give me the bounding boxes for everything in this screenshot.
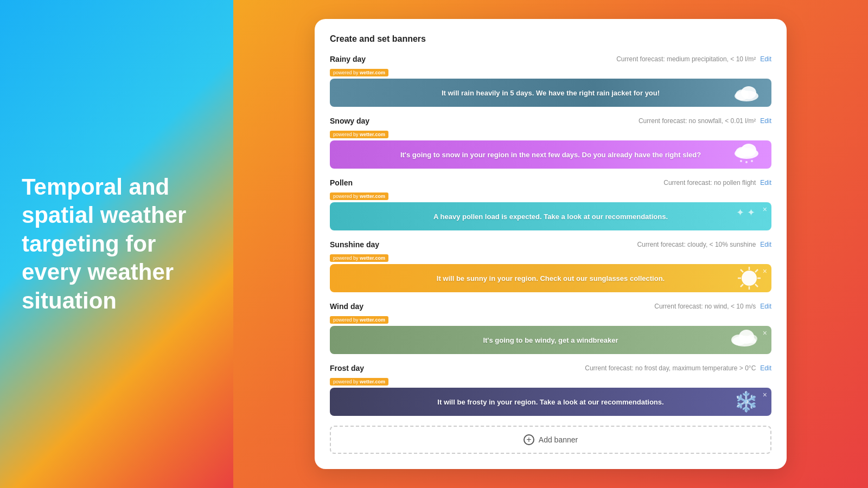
- banner-message-wind: It's going to be windy, get a windbreake…: [483, 336, 618, 344]
- banner-preview-wind: It's going to be windy, get a windbreake…: [330, 326, 771, 354]
- banner-preview-pollen: A heavy pollen load is expected. Take a …: [330, 202, 771, 230]
- banner-message-rainy: It will rain heavily in 5 days. We have …: [442, 89, 660, 97]
- powered-badge-rainy: powered by wetter.com: [330, 67, 771, 79]
- banner-name-wind: Wind day: [330, 302, 363, 311]
- banner-header-sunshine: Sunshine day Current forecast: cloudy, <…: [330, 240, 771, 249]
- svg-point-2: [741, 86, 756, 99]
- edit-link-wind[interactable]: Edit: [760, 303, 771, 310]
- add-banner-label: Add banner: [539, 435, 578, 444]
- banner-section-frost: Frost day Current forecast: no frost day…: [330, 364, 771, 416]
- banner-message-pollen: A heavy pollen load is expected. Take a …: [433, 213, 668, 221]
- banner-section-rainy: Rainy day Current forecast: medium preci…: [330, 55, 771, 107]
- edit-link-rainy[interactable]: Edit: [760, 55, 771, 63]
- banner-message-frost: It will be frosty in your region. Take a…: [437, 398, 663, 406]
- edit-link-pollen[interactable]: Edit: [760, 179, 771, 187]
- hero-text: Temporal and spatial weather targeting f…: [22, 173, 212, 316]
- banner-name-sunshine: Sunshine day: [330, 240, 379, 249]
- forecast-edit-pollen: Current forecast: no pollen flight Edit: [663, 179, 771, 187]
- banner-header-frost: Frost day Current forecast: no frost day…: [330, 364, 771, 373]
- powered-badge-snowy: powered by wetter.com: [330, 129, 771, 140]
- svg-point-21: [746, 335, 757, 343]
- powered-badge-sunshine: powered by wetter.com: [330, 252, 771, 264]
- banner-forecast-snowy: Current forecast: no snowfall, < 0.01 l/…: [639, 117, 756, 125]
- powered-by-badge-rainy: powered by wetter.com: [330, 69, 388, 76]
- banner-preview-sunshine: It will be sunny in your region. Check o…: [330, 264, 771, 292]
- svg-line-14: [741, 269, 743, 272]
- svg-line-17: [741, 284, 743, 287]
- banner-message-snowy: It's going to snow in your region in the…: [400, 151, 701, 159]
- banner-forecast-wind: Current forecast: no wind, < 10 m/s: [654, 303, 756, 310]
- forecast-edit-wind: Current forecast: no wind, < 10 m/s Edit: [654, 303, 771, 310]
- powered-by-badge-pollen: powered by wetter.com: [330, 192, 388, 200]
- banner-header-wind: Wind day Current forecast: no wind, < 10…: [330, 302, 771, 311]
- banner-header-snowy: Snowy day Current forecast: no snowfall,…: [330, 117, 771, 125]
- powered-by-badge-wind: powered by wetter.com: [330, 316, 388, 324]
- banners-container: Rainy day Current forecast: medium preci…: [330, 55, 771, 416]
- edit-link-frost[interactable]: Edit: [760, 364, 771, 372]
- powered-by-badge-snowy: powered by wetter.com: [330, 131, 388, 138]
- forecast-edit-snowy: Current forecast: no snowfall, < 0.01 l/…: [639, 117, 771, 125]
- left-panel: Temporal and spatial weather targeting f…: [0, 0, 233, 488]
- svg-line-16: [755, 269, 758, 272]
- banner-forecast-sunshine: Current forecast: cloudy, < 10% sunshine: [637, 241, 756, 248]
- svg-point-5: [741, 144, 756, 157]
- main-card: Create and set banners Rainy day Current…: [315, 19, 787, 469]
- banner-name-pollen: Pollen: [330, 178, 353, 187]
- forecast-edit-sunshine: Current forecast: cloudy, < 10% sunshine…: [637, 241, 771, 248]
- banner-forecast-pollen: Current forecast: no pollen flight: [663, 179, 756, 187]
- forecast-edit-rainy: Current forecast: medium precipitation, …: [616, 55, 771, 63]
- powered-by-badge-sunshine: powered by wetter.com: [330, 254, 388, 262]
- svg-point-9: [742, 271, 757, 286]
- edit-link-snowy[interactable]: Edit: [760, 117, 771, 125]
- banner-name-snowy: Snowy day: [330, 117, 369, 125]
- svg-point-8: [751, 160, 753, 162]
- banner-name-rainy: Rainy day: [330, 55, 366, 63]
- banner-name-frost: Frost day: [330, 364, 364, 373]
- svg-point-7: [745, 161, 748, 163]
- banner-section-pollen: Pollen Current forecast: no pollen fligh…: [330, 178, 771, 230]
- banner-forecast-rainy: Current forecast: medium precipitation, …: [616, 55, 756, 63]
- svg-point-6: [740, 160, 742, 162]
- banner-forecast-frost: Current forecast: no frost day, maximum …: [585, 364, 756, 372]
- add-icon: +: [524, 434, 534, 445]
- banner-preview-rainy: It will rain heavily in 5 days. We have …: [330, 79, 771, 107]
- close-btn-wind[interactable]: ×: [763, 329, 767, 337]
- powered-badge-pollen: powered by wetter.com: [330, 190, 771, 202]
- edit-link-sunshine[interactable]: Edit: [760, 241, 771, 248]
- powered-badge-frost: powered by wetter.com: [330, 376, 771, 388]
- banner-preview-frost: It will be frosty in your region. Take a…: [330, 388, 771, 416]
- banner-preview-snowy: It's going to snow in your region in the…: [330, 140, 771, 169]
- banner-message-sunshine: It will be sunny in your region. Check o…: [437, 274, 665, 282]
- svg-line-15: [755, 284, 758, 287]
- card-title: Create and set banners: [330, 34, 771, 44]
- forecast-edit-frost: Current forecast: no frost day, maximum …: [585, 364, 771, 372]
- close-btn-frost[interactable]: ×: [763, 391, 767, 399]
- banner-section-wind: Wind day Current forecast: no wind, < 10…: [330, 302, 771, 354]
- banner-section-sunshine: Sunshine day Current forecast: cloudy, <…: [330, 240, 771, 292]
- banner-header-rainy: Rainy day Current forecast: medium preci…: [330, 55, 771, 63]
- close-btn-pollen[interactable]: ×: [763, 206, 767, 213]
- banner-header-pollen: Pollen Current forecast: no pollen fligh…: [330, 178, 771, 187]
- add-banner-button[interactable]: + Add banner: [330, 426, 771, 454]
- close-btn-sunshine[interactable]: ×: [763, 267, 767, 275]
- powered-badge-wind: powered by wetter.com: [330, 314, 771, 326]
- powered-by-badge-frost: powered by wetter.com: [330, 378, 388, 386]
- banner-section-snowy: Snowy day Current forecast: no snowfall,…: [330, 117, 771, 169]
- right-panel: Create and set banners Rainy day Current…: [233, 0, 868, 488]
